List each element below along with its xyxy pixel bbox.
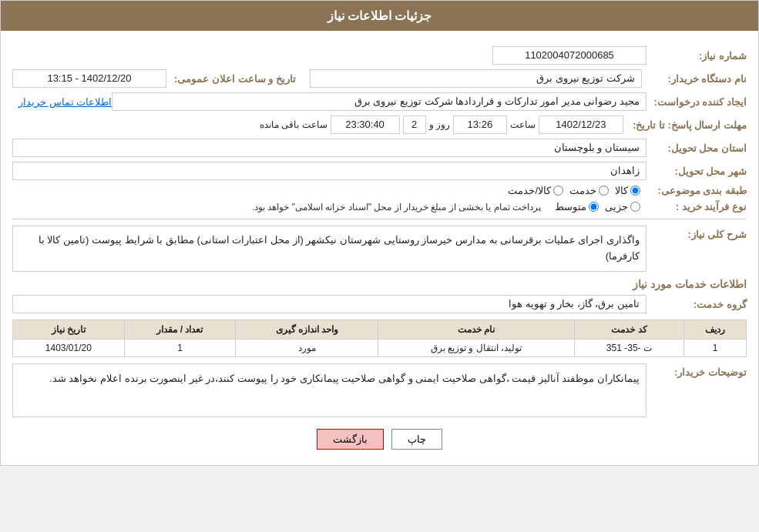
table-row: 1ت -35- 351تولید، انتقال و توزیع برقمورد… — [13, 340, 747, 357]
tabaqe-kala-khedmat[interactable]: کالا/خدمت — [508, 185, 563, 196]
khadamat-title: اطلاعات خدمات مورد نیاز — [12, 278, 747, 290]
tabaqe-kala[interactable]: کالا — [615, 185, 640, 196]
shomareNiaz-value: 1102004072000685 — [492, 46, 646, 65]
namDastgah-value: شرکت توزیع نیروی برق — [310, 69, 642, 88]
col-radif: ردیف — [684, 320, 747, 340]
mohlat-saat: 13:26 — [453, 115, 507, 134]
noeFarayand-motevaset-label: متوسط — [555, 201, 586, 212]
noeFarayand-label: نوع فرآیند خرید : — [646, 201, 747, 212]
goroh-label: گروه خدمت: — [646, 299, 747, 310]
page-header: جزئیات اطلاعات نیاز — [1, 1, 758, 31]
tabaqe-kala-khedmat-label: کالا/خدمت — [508, 185, 551, 196]
shahr-value: زاهدان — [12, 162, 646, 180]
goroh-value: تامین برق، گاز، بخار و تهویه هوا — [12, 295, 646, 313]
cell-tedad: 1 — [124, 340, 236, 357]
tabaqe-label: طبقه بندی موضوعی: — [646, 185, 747, 196]
cell-tarikh: 1403/01/20 — [13, 340, 125, 357]
noeFarayand-jozi[interactable]: جزیی — [605, 201, 640, 212]
back-button[interactable]: بازگشت — [317, 429, 384, 450]
tozihat-value: پیمانکاران موظفند آنالیز قیمت ،گواهی صلا… — [12, 363, 646, 417]
ostan-label: استان محل تحویل: — [646, 142, 747, 154]
mohlat-saat-label: ساعت — [510, 119, 536, 130]
mohlat-roz-label: روز و — [429, 119, 450, 130]
mohlat-mande-label: ساعت باقی مانده — [260, 119, 327, 130]
mohlat-date: 1402/12/23 — [539, 115, 623, 134]
cell-vahed: مورد — [236, 340, 378, 357]
shahr-label: شهر محل تحویل: — [646, 166, 747, 177]
page-title: جزئیات اطلاعات نیاز — [327, 9, 432, 22]
mohlat-mande: 23:30:40 — [331, 115, 400, 134]
ijadKonande-value: مجید رضوانی مدیر امور تداركات و قرارداده… — [112, 92, 646, 111]
tabaqe-khedmat-label: خدمت — [569, 185, 596, 196]
services-table: ردیف کد خدمت نام خدمت واحد اندازه گیری ت… — [12, 320, 747, 357]
col-tedad: تعداد / مقدار — [124, 320, 236, 340]
tarikh-value: 1402/12/20 - 13:15 — [12, 69, 166, 88]
mohlat-label: مهلت ارسال پاسخ: تا تاریخ: — [626, 119, 747, 131]
ijadKonande-label: ایجاد کننده درخواست: — [646, 96, 747, 108]
tarikh-label: تاریخ و ساعت اعلان عمومی: — [174, 73, 296, 85]
col-vahed: واحد اندازه گیری — [236, 320, 378, 340]
sharh-label: شرح کلی نیاز: — [646, 226, 747, 240]
col-tarikh: تاریخ نیاز — [13, 320, 125, 340]
tozihat-label: توضیحات خریدار: — [646, 363, 747, 378]
namDastgah-label: نام دستگاه خریدار: — [646, 73, 747, 85]
cell-namKhedmat: تولید، انتقال و توزیع برق — [378, 340, 574, 357]
noeFarayand-motevaset[interactable]: متوسط — [555, 201, 599, 212]
tabaqe-khedmat[interactable]: خدمت — [569, 185, 609, 196]
mohlat-roz: 2 — [403, 115, 426, 134]
ostan-value: سیستان و بلوچستان — [12, 139, 646, 157]
sharh-value: واگذاری اجرای عملیات برقرسانی به مدارس خ… — [12, 226, 646, 272]
noeFarayand-note: پرداخت تمام یا بخشی از مبلغ خریدار از مح… — [252, 202, 541, 212]
print-button[interactable]: چاپ — [391, 429, 442, 450]
contact-link[interactable]: اطلاعات تماس خریدار — [18, 96, 112, 108]
tabaqe-kala-label: کالا — [615, 185, 628, 196]
button-row: چاپ بازگشت — [12, 429, 747, 450]
col-namKhedmat: نام خدمت — [378, 320, 574, 340]
shomareNiaz-label: شماره نیاز: — [646, 50, 747, 62]
col-kodKhedmat: کد خدمت — [574, 320, 684, 340]
noeFarayand-jozi-label: جزیی — [605, 201, 628, 212]
cell-radif: 1 — [684, 340, 747, 357]
cell-kodKhedmat: ت -35- 351 — [574, 340, 684, 357]
